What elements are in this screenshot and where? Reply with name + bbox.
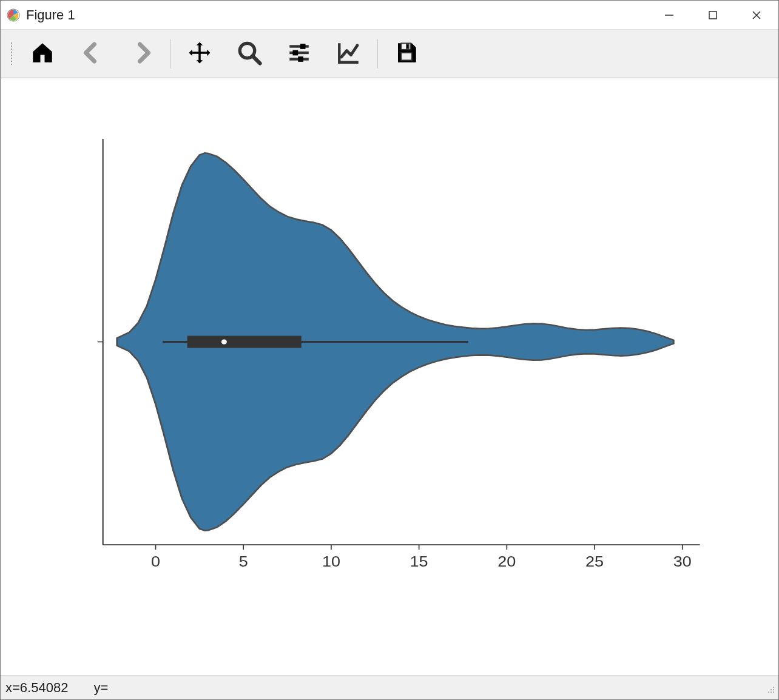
svg-point-17: [771, 689, 772, 690]
svg-rect-14: [406, 44, 409, 49]
x-tick-label: 30: [673, 554, 692, 570]
arrow-right-icon: [129, 40, 155, 68]
line-chart-icon: [336, 40, 362, 68]
toolbar-separator: [170, 39, 171, 69]
configure-subplots-button[interactable]: [274, 35, 324, 73]
window-title: Figure 1: [26, 7, 75, 23]
home-button[interactable]: [18, 35, 67, 73]
svg-point-19: [768, 692, 769, 693]
status-x-value: 6.54082: [20, 680, 69, 696]
statusbar: x= 6.54082 y=: [1, 675, 778, 699]
svg-rect-10: [293, 50, 298, 55]
window-controls: [647, 1, 778, 29]
svg-rect-2: [709, 12, 717, 19]
window-root: Figure 1 051015202530 x= 6.54082: [0, 0, 779, 700]
status-x-label: x=: [5, 680, 20, 696]
svg-point-18: [773, 689, 774, 690]
status-x: x= 6.54082: [5, 680, 68, 696]
close-button[interactable]: [735, 1, 778, 29]
toolbar-drag-handle[interactable]: [8, 37, 15, 71]
status-y: y=: [93, 680, 108, 696]
minimize-button[interactable]: [647, 1, 691, 29]
resize-grip-icon[interactable]: [763, 681, 776, 695]
forward-button[interactable]: [117, 35, 167, 73]
x-tick-label: 5: [239, 554, 248, 570]
x-tick-label: 0: [151, 554, 160, 570]
app-icon: [7, 8, 20, 22]
figure-canvas[interactable]: 051015202530: [1, 78, 778, 675]
toolbar: [1, 30, 778, 78]
median-dot: [221, 340, 227, 345]
edit-axis-button[interactable]: [324, 35, 374, 73]
plot-svg: 051015202530: [1, 78, 778, 675]
x-tick-label: 15: [410, 554, 428, 570]
titlebar: Figure 1: [1, 1, 778, 30]
svg-point-16: [773, 687, 774, 688]
save-button[interactable]: [382, 35, 431, 73]
svg-point-21: [773, 692, 774, 693]
save-icon: [394, 40, 419, 68]
back-button[interactable]: [67, 35, 117, 73]
zoom-button[interactable]: [224, 35, 274, 73]
x-tick-label: 25: [585, 554, 604, 570]
x-tick-label: 10: [322, 554, 340, 570]
svg-rect-12: [298, 56, 303, 62]
pan-button[interactable]: [175, 35, 224, 73]
box: [187, 336, 302, 348]
status-y-label: y=: [93, 680, 108, 696]
arrow-left-icon: [79, 40, 105, 68]
svg-rect-8: [300, 44, 306, 49]
titlebar-left: Figure 1: [1, 7, 75, 23]
search-icon: [237, 40, 262, 68]
svg-line-6: [252, 56, 260, 63]
sliders-icon: [286, 40, 312, 68]
home-icon: [30, 40, 55, 68]
maximize-button[interactable]: [691, 1, 735, 29]
svg-point-20: [771, 692, 772, 693]
x-tick-label: 20: [497, 554, 516, 570]
svg-rect-15: [401, 53, 412, 60]
move-icon: [187, 40, 212, 68]
toolbar-separator: [377, 39, 378, 69]
